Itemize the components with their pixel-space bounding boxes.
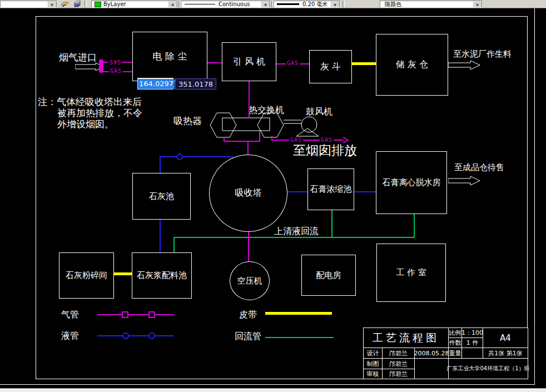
gas-linetype-label: GAS <box>108 58 122 65</box>
layers-button[interactable] <box>71 0 83 8</box>
review-label: 审核 <box>363 369 383 379</box>
ash-silo-box: 储 灰 仓 <box>376 34 448 96</box>
pipe-gas <box>207 62 222 63</box>
gas-valve-icon <box>122 311 128 318</box>
dynamic-input-y-value: 351.0178 <box>178 80 213 88</box>
chevron-down-icon[interactable]: ▼ <box>473 1 482 8</box>
lime-slurry-box: 石灰浆配料池 <box>132 252 192 299</box>
chevron-down-icon[interactable]: ▼ <box>330 1 340 8</box>
pipe-return <box>331 210 332 238</box>
belt-line <box>352 62 376 65</box>
toolbar-bottom-edge <box>0 8 546 8</box>
object-properties-toolbar: ▼ ByLayer ▼ Continuous ▼ <box>0 0 546 8</box>
design-name: 邝碧兰 <box>382 348 415 359</box>
fan-box: 引 风 机 <box>222 42 276 81</box>
layer-combo[interactable]: ▼ <box>0 1 57 8</box>
color-control-value: ByLayer <box>103 1 126 7</box>
chevron-down-icon[interactable]: ▼ <box>261 1 270 8</box>
gas-linetype-label: GAS <box>286 60 300 67</box>
liquid-valve-icon <box>176 153 183 160</box>
paper-edge-right <box>534 8 535 385</box>
ash-hopper-box: 灰 斗 <box>309 50 352 83</box>
dynamic-input-x-value: 164.0297 <box>138 79 175 89</box>
autocad-window: ▼ ByLayer ▼ Continuous ▼ <box>0 0 546 392</box>
linetype-sample <box>185 4 215 4</box>
legend-liquid-pipe-line <box>97 335 174 336</box>
belt-line <box>114 272 132 275</box>
legend-liquid-pipe-label: 液管 <box>61 330 79 342</box>
gypsum-dewatering-box: 石膏离心脱水房 <box>376 151 447 214</box>
liquid-valve-icon <box>148 333 155 339</box>
scale-value: 1：100 <box>461 328 483 338</box>
pipe-gas <box>249 81 250 118</box>
review-name: 邝碧兰 <box>382 369 415 379</box>
gas-inlet-valve <box>99 59 103 73</box>
qty-value: 1 件 <box>461 338 483 348</box>
pipe-gas <box>247 141 249 155</box>
gas-valve-icon <box>148 311 155 318</box>
to-product-arrow-icon <box>448 176 480 186</box>
note-line-3: 外增设烟囱。 <box>57 118 114 131</box>
pipe-liquid <box>287 191 307 192</box>
title-block-title: 工艺流程图 <box>363 328 449 348</box>
organization: 广东工业大学04环境工程（1）班 <box>448 358 528 379</box>
sheet-count: 共1张 第1张 <box>483 348 528 359</box>
pipe-return <box>173 237 175 252</box>
status-bar <box>0 388 546 392</box>
linetype-control-combo[interactable]: Continuous ▼ <box>181 1 271 8</box>
pipe-liquid <box>160 220 161 252</box>
plotstyle-control-value: 随颜色 <box>385 1 401 8</box>
lineweight-control-combo[interactable]: 0.20 毫米 ▼ <box>274 1 340 8</box>
pipe-liquid <box>354 191 376 192</box>
lineweight-sample <box>277 3 299 5</box>
heat-absorber-label: 吸热器 <box>173 115 202 127</box>
supernatant-label: 上清液回流 <box>274 226 319 237</box>
weight-label: 重量 <box>448 348 462 359</box>
lime-pool-box: 石灰池 <box>132 173 191 220</box>
dynamic-input-y-field[interactable]: 351.0178 <box>175 78 216 90</box>
chevron-down-icon[interactable]: ▼ <box>47 1 57 8</box>
lime-crushing-box: 石灰粉碎间 <box>59 252 114 299</box>
toolbar-separator <box>343 1 345 7</box>
draft-name: 邝碧兰 <box>382 358 415 369</box>
layers-icon <box>73 1 82 8</box>
legend-gas-pipe-line <box>97 314 174 315</box>
legend-return-pipe-label: 回流管 <box>235 331 261 343</box>
legend-belt-line <box>265 312 332 315</box>
pipe-liquid <box>160 156 233 157</box>
gypsum-thickener-box: 石膏浓缩池 <box>307 168 354 210</box>
pipe-return <box>414 214 415 238</box>
to-chimney-label: 至烟囱排放 <box>293 142 357 159</box>
make-object-layer-current-button[interactable] <box>59 0 71 8</box>
dynamic-input-x-field[interactable]: 164.0297 <box>137 78 173 90</box>
chevron-down-icon[interactable]: ▼ <box>168 1 177 8</box>
air-compressor-circle: 空压机 <box>230 261 270 300</box>
legend-return-pipe-line <box>265 337 334 338</box>
legend-gas-pipe-label: 气管 <box>61 309 79 321</box>
pipe-gas <box>224 141 260 142</box>
color-control-combo[interactable]: ByLayer ▼ <box>91 1 178 8</box>
make-layer-current-icon <box>61 1 70 7</box>
pipe-gas <box>248 232 249 261</box>
qty-label: 件数 <box>448 338 462 348</box>
power-room-box: 配电房 <box>301 255 356 296</box>
toolbar-separator <box>85 1 87 7</box>
plotstyle-control-combo[interactable]: 随颜色 ▼ <box>380 1 483 8</box>
design-label: 设计 <box>363 348 383 359</box>
paper-size: A4 <box>483 328 528 348</box>
paper-edge-bottom <box>0 384 535 385</box>
linetype-control-value: Continuous <box>219 1 250 7</box>
pipe-gas <box>259 131 260 141</box>
design-date: 2008.05.28 <box>414 348 449 359</box>
empty-cell <box>414 358 449 379</box>
pipe-liquid <box>160 157 161 173</box>
absorber-circle: 吸收塔 <box>209 155 287 232</box>
lineweight-control-value: 0.20 毫米 <box>302 1 327 8</box>
to-product-label: 至成品仓待售 <box>454 162 504 173</box>
draft-label: 制图 <box>363 358 383 369</box>
color-swatch <box>95 2 101 7</box>
scale-label: 比例 <box>448 328 462 338</box>
gas-linetype-label: GAS <box>109 68 123 75</box>
work-room-box: 工 作 室 <box>376 244 446 302</box>
liquid-valve-icon <box>122 333 129 339</box>
